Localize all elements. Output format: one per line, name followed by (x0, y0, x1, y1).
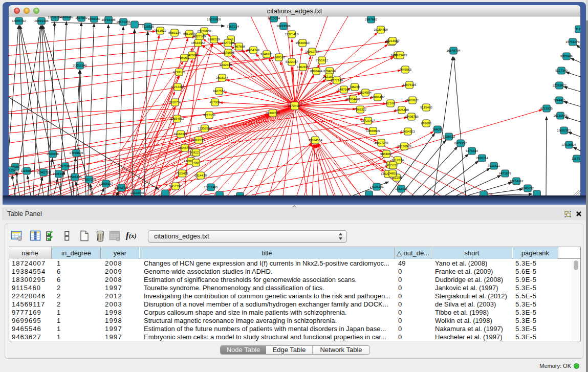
svg-text:489: 489 (193, 161, 199, 165)
svg-text:5322037: 5322037 (286, 60, 298, 64)
svg-text:9457791: 9457791 (169, 185, 182, 188)
svg-text:1117: 1117 (576, 28, 580, 31)
svg-text:16961758: 16961758 (305, 50, 319, 54)
svg-text:1244415: 1244415 (553, 99, 566, 102)
svg-text:16154808: 16154808 (374, 28, 388, 32)
svg-text:7632621: 7632621 (488, 164, 500, 168)
svg-text:16210643: 16210643 (553, 114, 568, 118)
svg-text:11325419: 11325419 (285, 33, 299, 36)
svg-text:9777169: 9777169 (331, 79, 343, 82)
svg-text:19654923: 19654923 (401, 130, 415, 134)
svg-text:10756928: 10756928 (397, 145, 411, 148)
svg-text:2867608: 2867608 (233, 45, 246, 49)
svg-text:17359926: 17359926 (69, 151, 83, 155)
svg-text:10654112: 10654112 (509, 180, 524, 183)
svg-text:12213369: 12213369 (170, 85, 185, 89)
svg-text:164095: 164095 (432, 128, 443, 132)
svg-text:1588520: 1588520 (273, 56, 286, 59)
svg-text:6879197: 6879197 (454, 142, 467, 145)
svg-text:16648784: 16648784 (446, 49, 461, 53)
svg-text:1610755: 1610755 (169, 101, 182, 104)
svg-text:14055712: 14055712 (12, 19, 26, 23)
svg-text:19166827: 19166827 (173, 133, 188, 136)
svg-text:12213967: 12213967 (385, 39, 400, 43)
svg-text:14136141: 14136141 (369, 185, 384, 189)
svg-text:1362615: 1362615 (297, 65, 310, 69)
svg-text:19654932: 19654932 (170, 117, 184, 121)
svg-text:17016504: 17016504 (562, 143, 576, 147)
svg-text:3867833: 3867833 (192, 139, 205, 142)
svg-text:7625402: 7625402 (176, 172, 189, 176)
svg-text:18724007: 18724007 (288, 104, 302, 108)
svg-text:19384554: 19384554 (308, 139, 322, 142)
svg-text:8660124: 8660124 (168, 31, 181, 35)
svg-text:1115682: 1115682 (20, 169, 33, 173)
svg-text:16782759: 16782759 (114, 186, 128, 190)
svg-text:20691406: 20691406 (34, 19, 49, 23)
svg-text:8186328: 8186328 (208, 38, 221, 41)
svg-text:25302073: 25302073 (266, 112, 280, 115)
svg-text:8813054: 8813054 (268, 17, 280, 20)
svg-text:15640910: 15640910 (295, 41, 310, 45)
svg-text:8427552: 8427552 (213, 90, 226, 93)
svg-text:15692971: 15692971 (557, 129, 571, 133)
svg-text:10025438: 10025438 (395, 108, 409, 112)
svg-text:822: 822 (193, 151, 199, 155)
svg-text:39154: 39154 (9, 169, 16, 172)
svg-text:9327508: 9327508 (222, 41, 234, 45)
svg-text:7663822: 7663822 (154, 29, 167, 33)
svg-text:10973493: 10973493 (393, 54, 407, 57)
svg-text:17957275: 17957275 (82, 178, 96, 182)
svg-text:12975115: 12975115 (402, 83, 417, 87)
svg-text:116753: 116753 (572, 157, 580, 161)
svg-text:10958137: 10958137 (99, 182, 113, 186)
svg-text:6497568: 6497568 (338, 88, 351, 92)
svg-text:2935114: 2935114 (476, 157, 488, 160)
svg-text:9463627: 9463627 (406, 99, 419, 102)
svg-text:15720407: 15720407 (361, 119, 375, 123)
svg-text:10719185: 10719185 (101, 18, 116, 22)
svg-text:7955812: 7955812 (316, 59, 329, 62)
svg-text:9084067: 9084067 (380, 152, 393, 156)
svg-text:6914479: 6914479 (194, 174, 207, 178)
svg-text:24851: 24851 (388, 172, 397, 176)
svg-text:1145194: 1145194 (53, 172, 65, 176)
svg-text:699695: 699695 (421, 122, 432, 125)
svg-text:8912954: 8912954 (183, 32, 196, 36)
svg-text:12093872: 12093872 (552, 84, 567, 87)
svg-text:15751074: 15751074 (565, 40, 580, 44)
svg-text:8454749: 8454749 (247, 49, 260, 52)
svg-text:9227349: 9227349 (555, 69, 568, 73)
svg-text:8471676: 8471676 (499, 172, 512, 176)
svg-text:16046788: 16046788 (178, 146, 192, 150)
svg-text:746266: 746266 (350, 85, 360, 89)
svg-text:8215955: 8215955 (540, 107, 553, 111)
svg-text:7515526: 7515526 (142, 25, 155, 29)
svg-text:5938923: 5938923 (443, 135, 455, 139)
svg-text:10655267: 10655267 (59, 16, 74, 19)
svg-text:1733426: 1733426 (395, 187, 408, 191)
svg-text:15716485: 15716485 (204, 186, 218, 189)
svg-text:9242848: 9242848 (220, 63, 232, 67)
svg-text:62160: 62160 (386, 102, 395, 105)
svg-text:2718170: 2718170 (173, 71, 186, 74)
svg-text:12923446: 12923446 (130, 191, 144, 195)
svg-text:15495759: 15495759 (404, 115, 419, 119)
svg-text:98961: 98961 (180, 56, 189, 60)
svg-text:10807487: 10807487 (371, 96, 385, 99)
svg-text:9245052: 9245052 (521, 187, 534, 190)
svg-text:7485063: 7485063 (399, 68, 412, 72)
svg-text:16033809: 16033809 (207, 18, 221, 21)
svg-text:13353594: 13353594 (198, 127, 212, 130)
svg-text:1527602: 1527602 (75, 16, 88, 20)
svg-text:6466160: 6466160 (88, 17, 101, 21)
svg-text:16671355: 16671355 (116, 20, 130, 24)
svg-text:8990444: 8990444 (310, 70, 323, 73)
svg-text:10688609: 10688609 (366, 129, 380, 133)
svg-text:12505135: 12505135 (68, 176, 82, 179)
svg-text:20364436: 20364436 (346, 98, 360, 101)
svg-text:3675685: 3675685 (222, 51, 235, 55)
svg-text:9474444: 9474444 (466, 149, 478, 153)
svg-text:19218506: 19218506 (276, 25, 291, 28)
svg-text:20053346: 20053346 (73, 64, 87, 68)
